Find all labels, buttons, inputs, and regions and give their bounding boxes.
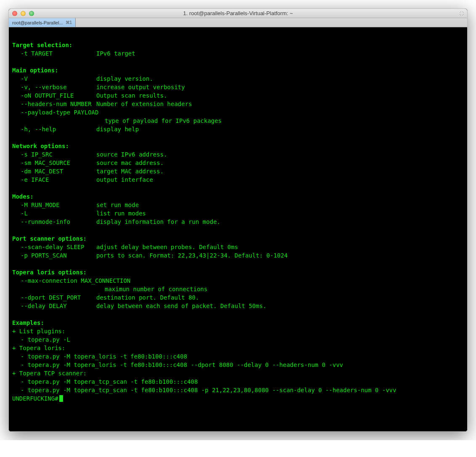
zoom-icon[interactable] (29, 11, 34, 16)
section-examples-header: Examples: (12, 319, 464, 327)
tab-label: root@parallels-Parallel... (12, 20, 63, 25)
opt-line: -t TARGETIPv6 target (12, 49, 464, 58)
terminal-output: Target selection:-t TARGETIPv6 target Ma… (12, 32, 464, 403)
close-icon[interactable] (12, 11, 17, 16)
section-loris-header: Topera loris options: (12, 268, 464, 276)
terminal-window: 1. root@parallels-Parallels-Virtual-Plat… (8, 8, 468, 432)
section-modes-header: Modes: (12, 192, 464, 201)
tab-terminal[interactable]: root@parallels-Parallel... ⌘1 (9, 18, 76, 27)
expand-icon[interactable] (459, 11, 465, 16)
terminal-body[interactable]: Target selection:-t TARGETIPv6 target Ma… (9, 27, 467, 431)
titlebar: 1. root@parallels-Parallels-Virtual-Plat… (9, 9, 467, 18)
cursor-icon (59, 395, 63, 402)
section-target-header: Target selection: (12, 41, 464, 49)
tabbar: root@parallels-Parallel... ⌘1 (9, 18, 467, 27)
tab-hotkey: ⌘1 (66, 20, 72, 25)
window-title: 1. root@parallels-Parallels-Virtual-Plat… (9, 10, 467, 16)
traffic-lights (9, 11, 34, 16)
section-main-header: Main options: (12, 66, 464, 74)
section-port-header: Port scanner options: (12, 234, 464, 243)
prompt: UNDERFUCKING# (12, 395, 58, 402)
minimize-icon[interactable] (21, 11, 26, 16)
section-network-header: Network options: (12, 142, 464, 150)
prompt-line: UNDERFUCKING# (12, 394, 464, 403)
